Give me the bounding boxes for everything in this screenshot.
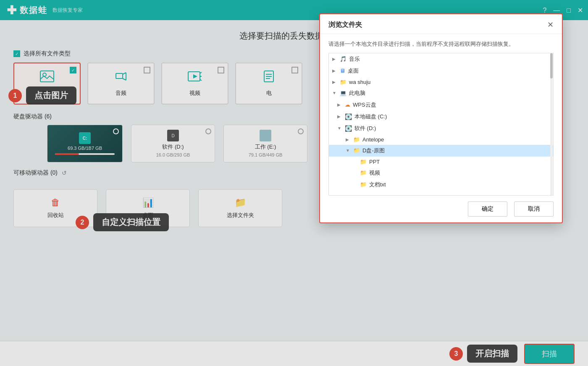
tree-item-wendangtxt[interactable]: ▶ 📁 文档txt [329,179,553,191]
chevron-washuju: ▶ [332,80,337,84]
tree-item-wps[interactable]: ▶ ☁ WPS云盘 [329,99,553,111]
desktop-tree-label: 桌面 [348,67,359,75]
tree-item-desktop[interactable]: ▶ 🖥 桌面 [329,65,553,77]
scrollbar-thumb [550,53,553,78]
tree-item-soft-d[interactable]: ▼ 💽 软件 (D:) [329,123,553,134]
chevron-soft-d: ▼ [337,126,342,131]
shipin-label: 视频 [369,169,380,177]
chevron-antelope: ▶ [346,137,351,142]
shipin-icon: 📁 [360,170,367,176]
d-yuantu-icon: 📁 [353,147,360,154]
thispc-label: 此电脑 [349,89,365,97]
antelope-icon: 📁 [353,136,360,143]
tree-item-d-yuantu[interactable]: ▼ 📁 D盘-原图 [329,145,553,157]
wps-icon: ☁ [345,102,350,108]
wendangtxt-label: 文档txt [369,181,386,188]
chevron-thispc: ▼ [332,91,337,95]
music-icon: 🎵 [340,56,346,62]
tree-item-ppt[interactable]: ▶ 📁 PPT [329,157,553,167]
cancel-button[interactable]: 取消 [514,201,554,217]
antelope-label: Antelope [362,136,384,143]
soft-d-icon: 💽 [345,125,352,132]
wendangtxt-icon: 📁 [360,181,367,188]
ppt-icon: 📁 [360,159,367,165]
desktop-tree-icon: 🖥 [340,68,345,74]
chevron-local-c: ▶ [337,114,342,119]
browse-folder-dialog: 浏览文件夹 ✕ 请选择一个本地文件目录进行扫描，当前程序不支持远程联网存储扫描恢… [319,13,563,223]
wps-label: WPS云盘 [353,101,376,109]
thispc-icon: 💻 [340,90,346,96]
ppt-label: PPT [369,159,380,165]
tree-item-local-c[interactable]: ▶ 💽 本地磁盘 (C:) [329,111,553,123]
scrollbar[interactable] [550,53,553,195]
d-yuantu-label: D盘-原图 [362,147,385,154]
confirm-button[interactable]: 确定 [468,201,507,217]
chevron-d-yuantu: ▼ [346,148,351,153]
dialog-buttons: 确定 取消 [320,196,562,222]
local-c-label: 本地磁盘 (C:) [354,113,387,120]
chevron-desktop: ▶ [332,68,337,73]
dialog-title: 浏览文件夹 [328,21,362,29]
tree-item-music[interactable]: ▶ 🎵 音乐 [329,53,553,65]
soft-d-label: 软件 (D:) [354,125,376,132]
tree-item-thispc[interactable]: ▼ 💻 此电脑 [329,87,553,99]
washuju-icon: 📁 [340,79,346,85]
dialog-close-button[interactable]: ✕ [547,20,554,29]
chevron-music: ▶ [332,57,337,61]
music-label: 音乐 [349,55,360,63]
dialog-titlebar: 浏览文件夹 ✕ [320,14,562,34]
tree-item-shipin[interactable]: ▶ 📁 视频 [329,167,553,179]
dialog-description: 请选择一个本地文件目录进行扫描，当前程序不支持远程联网存储扫描恢复。 [320,34,562,53]
local-c-icon: 💽 [345,113,352,120]
chevron-wps: ▶ [337,102,342,107]
tree-item-washuju[interactable]: ▶ 📁 wa shuju [329,77,553,87]
washuju-label: wa shuju [349,79,370,85]
folder-tree[interactable]: ▶ 🎵 音乐 ▶ 🖥 桌面 ▶ 📁 wa shuju ▼ 💻 此电脑 ▶ ☁ W… [328,53,554,196]
tree-item-antelope[interactable]: ▶ 📁 Antelope [329,134,553,145]
